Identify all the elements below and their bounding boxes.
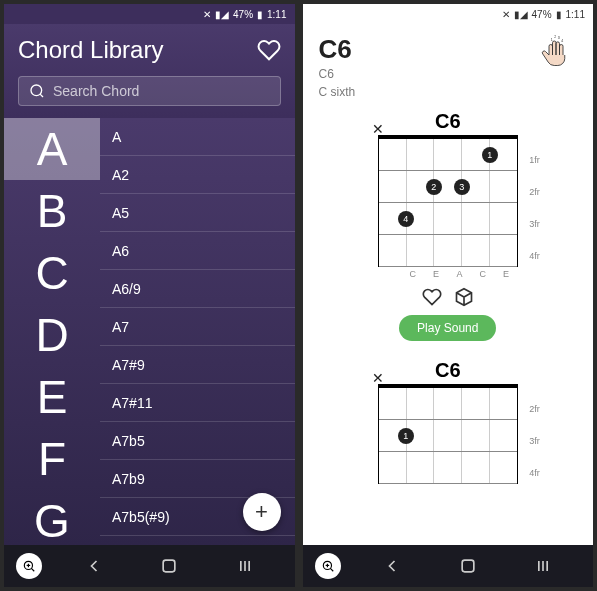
nav-home-icon[interactable] [458,556,478,576]
svg-line-1 [40,94,43,97]
battery-text: 47% [532,9,552,20]
view3d-icon[interactable] [454,287,474,307]
finger-dot: 2 [426,179,442,195]
chord-diagram-1: C6 1fr2fr3fr4fr✕1234 CEACE [378,110,518,279]
search-input[interactable] [53,83,270,99]
signal-icon: ▮◢ [514,9,528,20]
zoom-icon[interactable] [315,553,341,579]
mute-mark: ✕ [372,370,384,386]
finger-dot: 3 [454,179,470,195]
chord-name: C6 [319,34,356,65]
finger-dot: 4 [398,211,414,227]
nav-bar [303,545,594,587]
svg-rect-6 [163,560,175,572]
heart-icon[interactable] [257,38,281,62]
library-header: Chord Library [4,24,295,118]
hand-icon: 1234 [535,34,577,76]
chord-item[interactable]: A6 [100,232,295,270]
nav-bar [4,545,295,587]
diagram-title: C6 [378,359,518,382]
clock: 1:11 [267,9,286,20]
chord-item[interactable]: A7#11 [100,384,295,422]
alpha-item-e[interactable]: E [4,366,100,428]
phone-detail: ✕ ▮◢ 47% ▮ 1:11 C6 C6 C sixth 1234 C6 1f… [303,4,594,587]
detail-body[interactable]: C6 1fr2fr3fr4fr✕1234 CEACE Play Sound C6… [303,104,594,545]
mute-icon: ✕ [203,9,211,20]
chord-short: C6 [319,67,356,83]
nav-home-icon[interactable] [159,556,179,576]
library-body: ABCDEFG AA2A5A6A6/9A7A7#9A7#11A7b5A7b9A7… [4,118,295,545]
svg-rect-18 [462,560,474,572]
chord-item[interactable]: A7sus4 [100,536,295,545]
favorite-icon[interactable] [422,287,442,307]
alpha-item-b[interactable]: B [4,180,100,242]
add-button[interactable]: + [243,493,281,531]
page-title: Chord Library [18,36,163,64]
svg-line-3 [31,568,34,571]
detail-header: C6 C6 C sixth 1234 [303,24,594,104]
nav-recent-icon[interactable] [533,556,553,576]
signal-icon: ▮◢ [215,9,229,20]
svg-text:2: 2 [554,35,556,39]
battery-text: 47% [233,9,253,20]
alpha-item-g[interactable]: G [4,490,100,545]
search-box[interactable] [18,76,281,106]
chord-long: C sixth [319,85,356,101]
chord-item[interactable]: A6/9 [100,270,295,308]
svg-line-15 [330,568,333,571]
chord-list: AA2A5A6A6/9A7A7#9A7#11A7b5A7b9A7b5(#9)A7… [100,118,295,545]
svg-text:1: 1 [551,38,553,42]
zoom-icon[interactable] [16,553,42,579]
alpha-item-c[interactable]: C [4,242,100,304]
chord-item[interactable]: A7b5 [100,422,295,460]
chord-item[interactable]: A [100,118,295,156]
nav-recent-icon[interactable] [235,556,255,576]
phone-library: ✕ ▮◢ 47% ▮ 1:11 Chord Library ABCDEFG AA… [4,4,295,587]
search-icon [29,83,45,99]
action-row [422,287,474,307]
nav-back-icon[interactable] [84,556,104,576]
svg-text:3: 3 [558,36,560,40]
finger-dot: 1 [398,428,414,444]
chord-diagram-2: C6 2fr3fr4fr✕1 [378,359,518,484]
chord-item[interactable]: A5 [100,194,295,232]
battery-icon: ▮ [556,9,562,20]
diagram-title: C6 [378,110,518,133]
battery-icon: ▮ [257,9,263,20]
chord-item[interactable]: A2 [100,156,295,194]
alpha-item-f[interactable]: F [4,428,100,490]
status-bar: ✕ ▮◢ 47% ▮ 1:11 [4,4,295,24]
svg-point-0 [31,85,42,96]
mute-mark: ✕ [372,121,384,137]
mute-icon: ✕ [502,9,510,20]
chord-item[interactable]: A7 [100,308,295,346]
play-sound-button[interactable]: Play Sound [399,315,496,341]
alpha-index: ABCDEFG [4,118,100,545]
alpha-item-d[interactable]: D [4,304,100,366]
clock: 1:11 [566,9,585,20]
nav-back-icon[interactable] [382,556,402,576]
svg-text:4: 4 [561,39,563,43]
chord-item[interactable]: A7#9 [100,346,295,384]
finger-dot: 1 [482,147,498,163]
alpha-item-a[interactable]: A [4,118,100,180]
status-bar: ✕ ▮◢ 47% ▮ 1:11 [303,4,594,24]
